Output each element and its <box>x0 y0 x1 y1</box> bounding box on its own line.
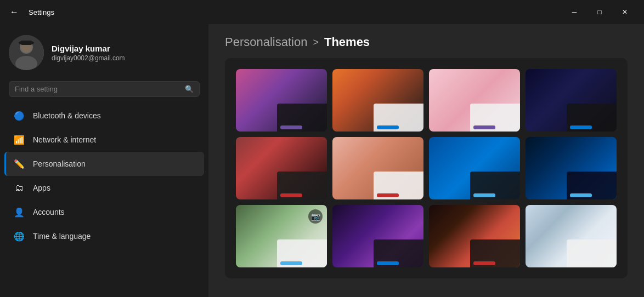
theme-taskbar-8 <box>567 172 617 199</box>
theme-card-5[interactable] <box>236 137 327 199</box>
theme-taskbar-1 <box>277 104 327 132</box>
theme-taskbar-5 <box>277 172 327 199</box>
search-icon: 🔍 <box>185 85 194 93</box>
theme-card-6[interactable] <box>332 137 423 199</box>
theme-card-12[interactable] <box>526 205 617 267</box>
nav-label-apps: Apps <box>33 184 50 192</box>
theme-card-3[interactable] <box>429 69 520 132</box>
sidebar-nav: 🔵 Bluetooth & devices 📶 Network & intern… <box>0 104 208 248</box>
theme-card-2[interactable] <box>332 69 423 132</box>
avatar-image <box>9 35 44 70</box>
theme-preview-3 <box>429 69 520 132</box>
search-input[interactable] <box>15 85 180 93</box>
theme-card-1[interactable] <box>236 69 327 132</box>
nav-icon-accounts: 👤 <box>13 206 25 218</box>
back-button[interactable]: ← <box>7 4 22 20</box>
theme-taskbar-3 <box>470 104 520 132</box>
theme-card-9[interactable]: 📷 <box>236 205 327 267</box>
nav-icon-network: 📶 <box>13 134 25 146</box>
theme-accent-7 <box>473 193 495 197</box>
theme-preview-8 <box>526 137 617 199</box>
theme-preview-7 <box>429 137 520 199</box>
theme-card-8[interactable] <box>526 137 617 199</box>
theme-card-11[interactable] <box>429 205 520 267</box>
theme-accent-5 <box>280 193 302 197</box>
themes-panel: 📷 <box>225 58 628 278</box>
theme-taskbar-11 <box>470 239 520 267</box>
sidebar-item-time[interactable]: 🌐 Time & language <box>4 224 204 248</box>
titlebar: ← Settings ─ □ ✕ <box>0 0 644 24</box>
nav-icon-time: 🌐 <box>13 230 25 242</box>
theme-accent-3 <box>473 125 495 129</box>
theme-preview-2 <box>332 69 423 132</box>
theme-accent-6 <box>377 193 399 197</box>
theme-taskbar-12 <box>567 239 617 267</box>
theme-taskbar-6 <box>374 172 423 199</box>
theme-accent-12 <box>570 261 592 265</box>
theme-preview-6 <box>332 137 423 199</box>
theme-taskbar-7 <box>470 172 520 199</box>
minimize-button[interactable]: ─ <box>562 3 587 21</box>
theme-preview-12 <box>526 205 617 267</box>
avatar <box>9 35 44 70</box>
theme-taskbar-9 <box>277 239 327 267</box>
maximize-button[interactable]: □ <box>587 3 612 21</box>
search-box: 🔍 <box>9 81 200 97</box>
content-area: Personalisation > Themes <box>208 24 644 297</box>
main-layout: Digvijay kumar digvijay0002@gmail.com 🔍 … <box>0 24 644 297</box>
themes-grid: 📷 <box>236 69 617 267</box>
sidebar-item-personalisation[interactable]: ✏️ Personalisation <box>4 152 204 176</box>
nav-label-bluetooth: Bluetooth & devices <box>33 111 101 120</box>
titlebar-left: ← Settings <box>7 4 54 20</box>
nav-label-personalisation: Personalisation <box>33 159 86 168</box>
theme-accent-2 <box>377 125 399 129</box>
theme-preview-1 <box>236 69 327 132</box>
theme-preview-11 <box>429 205 520 267</box>
svg-rect-5 <box>21 41 32 45</box>
sidebar-item-apps[interactable]: 🗂 Apps <box>4 176 204 200</box>
theme-card-10[interactable] <box>332 205 423 267</box>
theme-taskbar-10 <box>374 239 423 267</box>
theme-preview-4 <box>526 69 617 132</box>
nav-label-time: Time & language <box>33 232 91 241</box>
theme-accent-9 <box>280 261 302 265</box>
breadcrumb-parent: Personalisation <box>225 35 307 49</box>
breadcrumb: Personalisation > Themes <box>208 24 644 58</box>
theme-accent-4 <box>570 125 592 129</box>
theme-accent-1 <box>280 125 302 129</box>
nav-label-accounts: Accounts <box>33 208 65 216</box>
theme-preview-9: 📷 <box>236 205 327 267</box>
theme-taskbar-4 <box>567 104 617 132</box>
theme-preview-5 <box>236 137 327 199</box>
theme-taskbar-2 <box>374 104 423 132</box>
nav-icon-bluetooth: 🔵 <box>13 110 25 122</box>
back-icon: ← <box>10 7 19 17</box>
theme-preview-10 <box>332 205 423 267</box>
theme-card-4[interactable] <box>526 69 617 132</box>
theme-accent-10 <box>377 261 399 265</box>
nav-label-network: Network & internet <box>33 135 96 144</box>
search-container: 🔍 <box>0 79 208 104</box>
sidebar: Digvijay kumar digvijay0002@gmail.com 🔍 … <box>0 24 208 297</box>
sidebar-item-network[interactable]: 📶 Network & internet <box>4 128 204 152</box>
breadcrumb-current: Themes <box>324 35 370 49</box>
close-button[interactable]: ✕ <box>612 3 637 21</box>
window-controls: ─ □ ✕ <box>562 3 637 21</box>
user-info: Digvijay kumar digvijay0002@gmail.com <box>52 44 125 62</box>
app-title: Settings <box>29 8 54 16</box>
camera-icon: 📷 <box>308 209 323 224</box>
theme-accent-8 <box>570 193 592 197</box>
sidebar-item-accounts[interactable]: 👤 Accounts <box>4 200 204 224</box>
theme-accent-11 <box>473 261 495 265</box>
user-name: Digvijay kumar <box>52 44 125 53</box>
nav-icon-apps: 🗂 <box>13 182 25 194</box>
themes-scroll-container: 📷 <box>208 58 644 297</box>
nav-icon-personalisation: ✏️ <box>13 158 25 170</box>
user-email: digvijay0002@gmail.com <box>52 54 125 62</box>
sidebar-item-bluetooth[interactable]: 🔵 Bluetooth & devices <box>4 104 204 128</box>
user-profile[interactable]: Digvijay kumar digvijay0002@gmail.com <box>0 24 208 79</box>
breadcrumb-separator: > <box>313 37 319 48</box>
theme-card-7[interactable] <box>429 137 520 199</box>
